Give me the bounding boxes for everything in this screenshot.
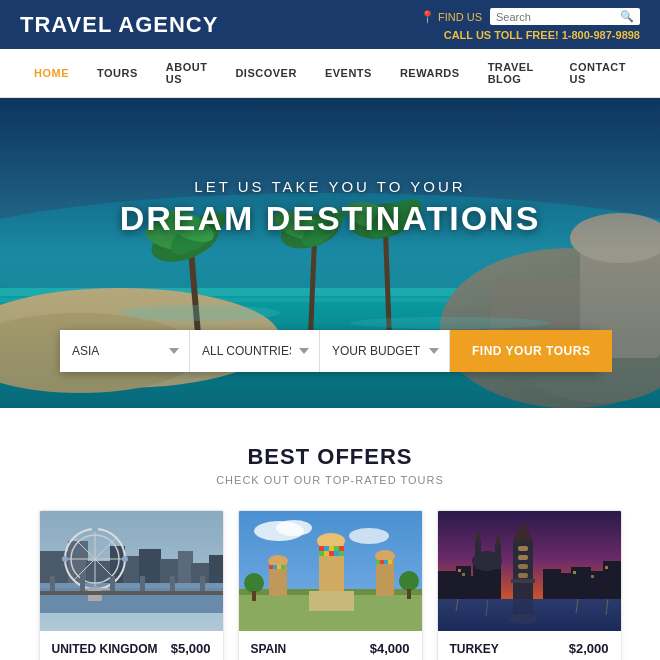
tour-card-img-spain bbox=[239, 511, 422, 631]
tour-card-price-uk: $5,000 bbox=[171, 641, 211, 656]
tour-card-name-spain: SPAIN bbox=[251, 642, 287, 656]
nav-item-travelblog[interactable]: TRAVEL BLOG bbox=[474, 49, 556, 97]
nav-item-home[interactable]: HOME bbox=[20, 55, 83, 91]
svg-rect-101 bbox=[543, 569, 561, 599]
nav-item-about[interactable]: ABOUT US bbox=[152, 49, 222, 97]
svg-rect-38 bbox=[178, 551, 193, 583]
pin-icon: 📍 bbox=[420, 10, 435, 24]
svg-rect-117 bbox=[495, 545, 501, 569]
svg-rect-110 bbox=[518, 564, 528, 569]
svg-rect-40 bbox=[209, 555, 223, 583]
hero-title: DREAM DESTINATIONS bbox=[0, 199, 660, 238]
svg-point-50 bbox=[122, 556, 128, 562]
svg-point-93 bbox=[399, 571, 419, 591]
tour-card-spain[interactable]: SPAIN $4,000 bbox=[238, 510, 423, 660]
svg-rect-92 bbox=[252, 591, 256, 601]
svg-rect-95 bbox=[309, 591, 354, 611]
top-bar-find: 📍 FIND US 🔍 bbox=[420, 8, 640, 25]
svg-rect-81 bbox=[269, 565, 273, 569]
top-bar: TRAVEL AGENCY 📍 FIND US 🔍 CALL US TOLL F… bbox=[0, 0, 660, 49]
svg-rect-69 bbox=[319, 546, 324, 551]
toll-free: CALL US TOLL FREE! 1-800-987-9898 bbox=[444, 29, 640, 41]
svg-rect-75 bbox=[324, 551, 329, 556]
svg-rect-58 bbox=[140, 576, 145, 591]
search-icon[interactable]: 🔍 bbox=[620, 10, 634, 23]
best-offers-subtitle: CHECK OUT OUR TOP-RATED TOURS bbox=[20, 474, 640, 486]
svg-rect-94 bbox=[407, 589, 411, 599]
svg-rect-71 bbox=[329, 546, 334, 551]
svg-rect-54 bbox=[40, 591, 223, 595]
svg-rect-128 bbox=[591, 575, 594, 578]
svg-rect-102 bbox=[559, 573, 573, 599]
budget-select[interactable]: YOUR BUDGET ($) $1,000 - $2,000 $2,000 -… bbox=[320, 330, 450, 372]
svg-rect-129 bbox=[605, 566, 608, 569]
hero-section: LET US TAKE YOU TO YOUR DREAM DESTINATIO… bbox=[0, 98, 660, 408]
svg-rect-60 bbox=[200, 576, 205, 591]
find-tours-button[interactable]: FIND YOUR TOURS bbox=[450, 330, 612, 372]
tour-card-name-uk: UNITED KINGDOM bbox=[52, 642, 158, 656]
hero-subtitle: LET US TAKE YOU TO YOUR bbox=[0, 178, 660, 195]
svg-rect-59 bbox=[170, 576, 175, 591]
svg-rect-89 bbox=[384, 560, 388, 564]
svg-point-49 bbox=[62, 556, 68, 562]
nav-item-discover[interactable]: DISCOVER bbox=[221, 55, 310, 91]
best-offers-title: BEST OFFERS bbox=[20, 444, 640, 470]
tour-card-info-turkey: TURKEY $2,000 bbox=[438, 631, 621, 660]
svg-rect-125 bbox=[458, 569, 461, 572]
tour-card-turkey[interactable]: TURKEY $2,000 bbox=[437, 510, 622, 660]
svg-rect-84 bbox=[281, 565, 285, 569]
svg-rect-88 bbox=[380, 560, 384, 564]
svg-rect-98 bbox=[438, 571, 458, 599]
svg-point-47 bbox=[92, 526, 98, 532]
tour-card-price-turkey: $2,000 bbox=[569, 641, 609, 656]
svg-point-91 bbox=[244, 573, 264, 593]
tour-card-img-turkey bbox=[438, 511, 621, 631]
nav-item-contact[interactable]: CONTACT US bbox=[556, 49, 640, 97]
search-box: 🔍 bbox=[490, 8, 640, 25]
svg-rect-83 bbox=[277, 565, 281, 569]
svg-rect-111 bbox=[518, 573, 528, 578]
svg-rect-126 bbox=[462, 573, 465, 576]
region-select[interactable]: ASIA EUROPE AMERICAS AFRICA OCEANIA bbox=[60, 330, 190, 372]
country-select[interactable]: ALL COUNTRIES UNITED KINGDOM SPAIN TURKE… bbox=[190, 330, 320, 372]
svg-rect-55 bbox=[50, 576, 55, 591]
svg-rect-108 bbox=[518, 546, 528, 551]
svg-rect-90 bbox=[388, 560, 392, 564]
tour-card-info-spain: SPAIN $4,000 bbox=[239, 631, 422, 660]
svg-rect-78 bbox=[339, 551, 344, 556]
svg-rect-115 bbox=[475, 541, 481, 569]
svg-rect-70 bbox=[324, 546, 329, 551]
svg-rect-74 bbox=[319, 551, 324, 556]
svg-rect-56 bbox=[80, 576, 85, 591]
find-us-label: 📍 FIND US bbox=[420, 10, 482, 24]
svg-rect-112 bbox=[511, 579, 535, 583]
svg-rect-77 bbox=[334, 551, 339, 556]
nav-item-rewards[interactable]: REWARDS bbox=[386, 55, 474, 91]
top-bar-right: 📍 FIND US 🔍 CALL US TOLL FREE! 1-800-987… bbox=[420, 8, 640, 41]
hero-content: LET US TAKE YOU TO YOUR DREAM DESTINATIO… bbox=[0, 178, 660, 258]
main-nav: HOME TOURS ABOUT US DISCOVER EVENTS REWA… bbox=[0, 49, 660, 98]
site-logo: TRAVEL AGENCY bbox=[20, 12, 218, 38]
tour-card-price-spain: $4,000 bbox=[370, 641, 410, 656]
svg-rect-57 bbox=[110, 576, 115, 591]
svg-rect-73 bbox=[339, 546, 344, 551]
tour-cards-container: UNITED KINGDOM $5,000 bbox=[20, 510, 640, 660]
svg-rect-109 bbox=[518, 555, 528, 560]
nav-item-events[interactable]: EVENTS bbox=[311, 55, 386, 91]
svg-point-120 bbox=[508, 614, 538, 624]
hero-search-bar: ASIA EUROPE AMERICAS AFRICA OCEANIA ALL … bbox=[60, 330, 600, 372]
tour-card-info-uk: UNITED KINGDOM $5,000 bbox=[40, 631, 223, 660]
nav-item-tours[interactable]: TOURS bbox=[83, 55, 152, 91]
tour-card-img-uk bbox=[40, 511, 223, 631]
svg-point-64 bbox=[349, 528, 389, 544]
svg-rect-82 bbox=[273, 565, 277, 569]
best-offers-section: BEST OFFERS CHECK OUT OUR TOP-RATED TOUR… bbox=[0, 408, 660, 660]
svg-rect-127 bbox=[573, 571, 576, 574]
svg-rect-30 bbox=[40, 583, 223, 588]
search-input[interactable] bbox=[496, 11, 616, 23]
tour-card-name-turkey: TURKEY bbox=[450, 642, 499, 656]
svg-rect-76 bbox=[329, 551, 334, 556]
svg-point-63 bbox=[276, 520, 312, 536]
svg-rect-87 bbox=[376, 560, 380, 564]
tour-card-uk[interactable]: UNITED KINGDOM $5,000 bbox=[39, 510, 224, 660]
